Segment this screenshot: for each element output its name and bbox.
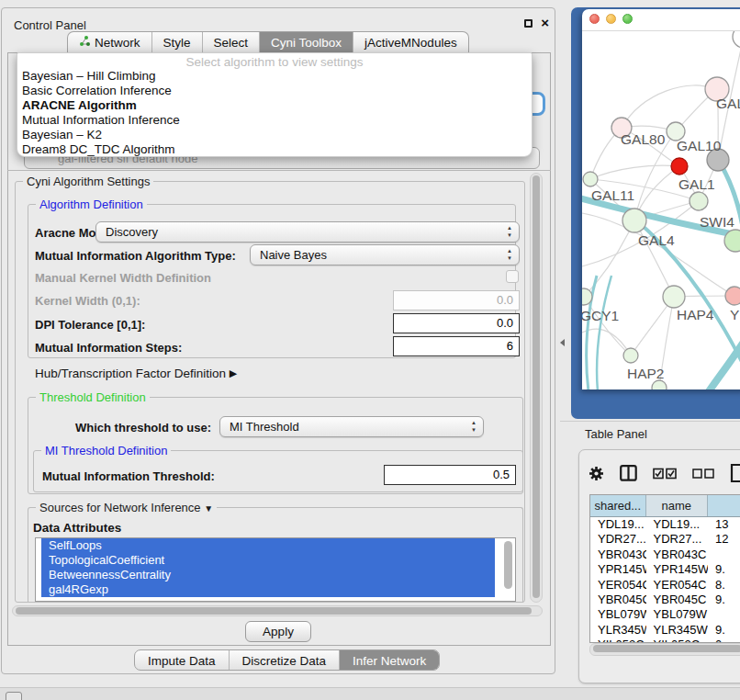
control-panel-tab-bar: NetworkStyleSelectCyni ToolboxjActiveMNo… bbox=[67, 31, 469, 53]
columns-icon[interactable] bbox=[620, 465, 637, 481]
network-edge[interactable] bbox=[622, 85, 717, 128]
algorithm-option[interactable]: ARACNE Algorithm bbox=[17, 98, 532, 113]
select-all-icon[interactable] bbox=[653, 468, 677, 480]
table-cell: YLR345W bbox=[590, 623, 646, 638]
sources-group-title[interactable]: Sources for Network Inference ▼ bbox=[36, 501, 217, 514]
network-node-gal11[interactable] bbox=[583, 172, 598, 186]
table-horizontal-scrollbar[interactable] bbox=[589, 643, 740, 656]
table-row[interactable]: YBL079WYBL079W bbox=[590, 607, 740, 622]
tab-label: Style bbox=[163, 32, 191, 53]
network-icon bbox=[79, 32, 90, 53]
attribute-item[interactable]: BetweennessCentrality bbox=[41, 568, 495, 582]
tab-jactivemnodules[interactable]: jActiveMNodules bbox=[353, 32, 468, 53]
manual-kernel-checkbox[interactable] bbox=[506, 270, 519, 283]
gear-icon[interactable] bbox=[589, 466, 604, 481]
which-threshold-value: MI Threshold bbox=[230, 420, 299, 434]
mi-type-select[interactable]: Naive Bayes ▲▼ bbox=[250, 244, 520, 265]
tab-style[interactable]: Style bbox=[151, 32, 202, 53]
attribute-item[interactable]: TopologicalCoefficient bbox=[41, 553, 495, 568]
control-panel-title: Control Panel bbox=[14, 18, 86, 32]
algorithm-option[interactable]: Bayesian – Hill Climbing bbox=[17, 69, 532, 84]
table-cell: YBL079W bbox=[646, 607, 708, 622]
mac-zoom-icon[interactable] bbox=[622, 14, 633, 24]
node-table: shared...name YDL19...YDL19...13YDR27...… bbox=[589, 494, 740, 643]
network-node-y[interactable] bbox=[725, 287, 740, 305]
algorithm-option[interactable]: Dream8 DC_TDC Algorithm bbox=[17, 142, 532, 157]
table-body: YDL19...YDL19...13YDR27...YDR27...12YBR0… bbox=[590, 517, 740, 643]
table-cell bbox=[708, 607, 740, 622]
table-row[interactable]: YER054CYER054C8. bbox=[590, 578, 740, 593]
attribute-item[interactable]: gal4RGexp bbox=[41, 582, 495, 597]
algorithm-dropdown-list: Select algorithm to view settings Bayesi… bbox=[17, 52, 533, 157]
table-panel: shared...name YDL19...YDL19...13YDR27...… bbox=[578, 449, 740, 683]
network-node[interactable] bbox=[733, 31, 740, 48]
manual-kernel-label: Manual Kernel Width Definition bbox=[35, 271, 211, 285]
attribute-item[interactable]: SelfLoops bbox=[41, 538, 495, 553]
network-node-hap2[interactable] bbox=[623, 348, 638, 363]
network-node-gal4[interactable] bbox=[622, 209, 646, 232]
splitter-collapse-icon[interactable] bbox=[560, 339, 565, 346]
table-cell: 13 bbox=[708, 517, 740, 532]
network-node-gal1[interactable] bbox=[690, 192, 708, 210]
tab-network[interactable]: Network bbox=[68, 32, 151, 53]
dpi-tolerance-field[interactable]: 0.0 bbox=[393, 313, 520, 333]
tab-select[interactable]: Select bbox=[202, 32, 260, 53]
tab-infer-network[interactable]: Infer Network bbox=[339, 650, 439, 671]
algorithm-option[interactable]: Basic Correlation Inference bbox=[17, 84, 532, 98]
aracne-mode-select[interactable]: Discovery ▲▼ bbox=[95, 221, 520, 243]
network-canvas[interactable]: GALGAL80GAL10GAL1GAL11SWI4GAL4GCY1HAP4YH… bbox=[582, 31, 740, 390]
mi-threshold-label: Mutual Information Threshold: bbox=[42, 469, 215, 483]
table-cell: 9. bbox=[708, 623, 740, 638]
table-row[interactable]: YBR045CYBR045C9. bbox=[590, 593, 740, 607]
tab-cyni-toolbox[interactable]: Cyni Toolbox bbox=[259, 32, 353, 53]
close-window-icon[interactable]: × bbox=[541, 15, 549, 30]
table-cell: YDR27... bbox=[646, 532, 708, 547]
tab-label: Select bbox=[214, 32, 249, 53]
tab-label: jActiveMNodules bbox=[364, 32, 457, 53]
table-row[interactable]: YDL19...YDL19...13 bbox=[590, 517, 740, 532]
network-node[interactable] bbox=[671, 158, 688, 175]
algorithm-dropdown-placeholder: Select algorithm to view settings bbox=[17, 55, 532, 69]
table-row[interactable]: YDR27...YDR27...12 bbox=[590, 532, 740, 547]
float-window-icon[interactable] bbox=[524, 19, 533, 28]
export-table-icon[interactable] bbox=[730, 463, 740, 483]
column-header[interactable]: name bbox=[646, 495, 708, 516]
tab-impute-data[interactable]: Impute Data bbox=[135, 650, 229, 671]
table-row[interactable]: YLR345WYLR345W9. bbox=[590, 623, 740, 638]
column-header[interactable] bbox=[708, 495, 740, 516]
network-node-hap4[interactable] bbox=[663, 286, 685, 308]
tab-label: Cyni Toolbox bbox=[271, 32, 342, 53]
list-scrollbar[interactable] bbox=[504, 541, 512, 589]
table-row[interactable]: YPR145WYPR145W9. bbox=[590, 562, 740, 577]
settings-vertical-scrollbar[interactable] bbox=[530, 173, 543, 603]
network-node-swi4[interactable] bbox=[724, 230, 740, 252]
table-cell: YBR043C bbox=[590, 548, 646, 562]
mi-steps-field[interactable]: 6 bbox=[393, 336, 520, 356]
network-node-label: Y bbox=[730, 307, 739, 322]
network-node[interactable] bbox=[652, 380, 667, 390]
which-threshold-select[interactable]: MI Threshold ▲▼ bbox=[219, 416, 484, 437]
collapsed-panel-icon[interactable] bbox=[6, 692, 22, 700]
settings-horizontal-scrollbar[interactable] bbox=[12, 605, 543, 616]
sources-group-label: Sources for Network Inference bbox=[39, 501, 201, 514]
network-edge[interactable] bbox=[582, 329, 631, 356]
tab-discretize-data[interactable]: Discretize Data bbox=[229, 650, 340, 671]
algorithm-option[interactable]: Mutual Information Inference bbox=[17, 113, 532, 128]
table-panel-title: Table Panel bbox=[585, 427, 647, 441]
mac-close-icon[interactable] bbox=[589, 14, 600, 24]
network-node-label: GAL bbox=[716, 96, 740, 111]
algorithm-option[interactable]: Bayesian – K2 bbox=[17, 128, 532, 142]
hub-definition-expander[interactable]: Hub/Transcription Factor Definition ▶ bbox=[35, 367, 237, 380]
table-row[interactable]: YBR043CYBR043C bbox=[590, 548, 740, 562]
table-cell: 9. bbox=[708, 562, 740, 577]
network-node-label: HAP2 bbox=[627, 366, 665, 381]
unselect-all-icon[interactable] bbox=[692, 469, 714, 479]
table-cell: YBR045C bbox=[590, 593, 646, 607]
mac-minimize-icon[interactable] bbox=[606, 14, 616, 24]
mi-threshold-field[interactable]: 0.5 bbox=[384, 465, 516, 485]
aracne-mode-value: Discovery bbox=[106, 225, 158, 239]
column-header[interactable]: shared... bbox=[590, 495, 646, 516]
kernel-width-field[interactable]: 0.0 bbox=[393, 290, 520, 310]
apply-button[interactable]: Apply bbox=[245, 621, 311, 642]
network-node-label: GCY1 bbox=[582, 308, 619, 323]
